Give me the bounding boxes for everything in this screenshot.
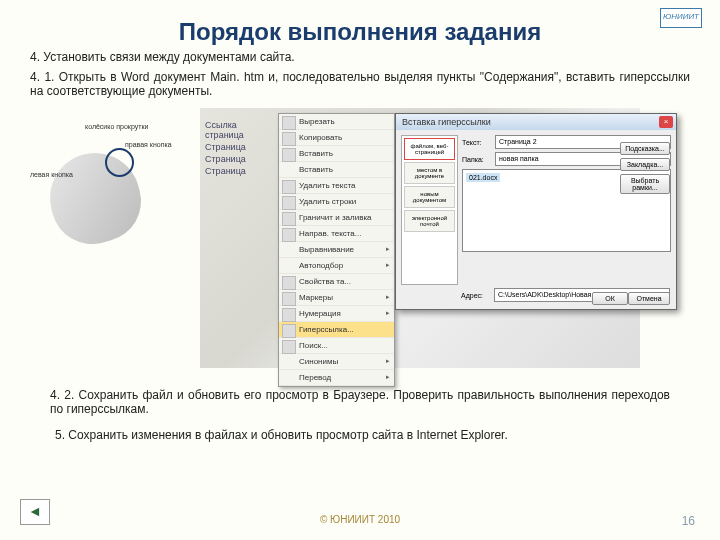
mouse-label-left: левая кнопка [30,171,73,178]
section-4: 4. Установить связи между документами са… [30,50,690,64]
footer-copyright: © ЮНИИИТ 2010 [0,514,720,525]
section-5: 5. Сохранить изменения в файлах и обнови… [55,428,665,442]
ctx-paste2[interactable]: Вставить [279,162,394,178]
ctx-search[interactable]: Поиск... [279,338,394,354]
ctx-props[interactable]: Свойства та... [279,274,394,290]
section-4-1: 4. 1. Открыть в Word документ Main. htm … [30,70,690,98]
page-title: Порядок выполнения задания [30,18,690,46]
cancel-button[interactable]: Отмена [628,292,670,305]
close-icon[interactable]: × [659,116,673,128]
file-item: 021.docx [466,173,500,182]
logo: ЮНИИИТ [660,8,702,28]
ctx-translate[interactable]: Перевод▸ [279,370,394,386]
ctx-copy[interactable]: Копировать [279,130,394,146]
folder-label: Папка: [462,156,492,163]
ctx-synonyms[interactable]: Синонимы▸ [279,354,394,370]
mouse-label-wheel: колёсико прокрутки [85,123,148,130]
dialog-title: Вставка гиперссылки× [396,114,676,130]
ctx-del-text[interactable]: Удалить текста [279,178,394,194]
frames-button[interactable]: Выбрать рамки... [620,174,670,194]
page-number: 16 [682,514,695,528]
help-button[interactable]: Подсказка... [620,142,670,155]
ctx-hyperlink[interactable]: Гиперссылка... [279,322,394,338]
ctx-autofit[interactable]: Автоподбор▸ [279,258,394,274]
link-type-place[interactable]: местом в документе [404,162,455,184]
illustration-area: левая кнопка колёсико прокрутки правая к… [30,108,690,378]
ctx-borders[interactable]: Граничит и заливка [279,210,394,226]
dialog-link-types: файлом, веб-страницей местом в документе… [401,135,458,285]
link-type-email[interactable]: электронной почтой [404,210,455,232]
ctx-paste[interactable]: Вставить [279,146,394,162]
link-type-file[interactable]: файлом, веб-страницей [404,138,455,160]
ctx-numbering[interactable]: Нумерация▸ [279,306,394,322]
ok-button[interactable]: ОК [592,292,628,305]
text-label: Текст: [462,139,492,146]
mouse-label-right: правая кнопка [125,141,172,148]
bookmark-button[interactable]: Закладка... [620,158,670,171]
ctx-textdir[interactable]: Направ. текста... [279,226,394,242]
link-type-newdoc[interactable]: новым документом [404,186,455,208]
ctx-del-rows[interactable]: Удалить строки [279,194,394,210]
address-label: Адрес: [461,292,491,299]
ctx-cut[interactable]: Вырезать [279,114,394,130]
context-menu: Вырезать Копировать Вставить Вставить Уд… [278,113,395,387]
ctx-align[interactable]: Выравнивание▸ [279,242,394,258]
ctx-bullets[interactable]: Маркеры▸ [279,290,394,306]
word-content-list: Ссылка страницаСтраницаСтраницаСтраница [205,118,275,178]
hyperlink-dialog: Вставка гиперссылки× файлом, веб-страниц… [395,113,677,310]
section-4-2: 4. 2. Сохранить файл и обновить его прос… [50,388,670,416]
mouse-diagram: левая кнопка колёсико прокрутки правая к… [30,123,190,253]
